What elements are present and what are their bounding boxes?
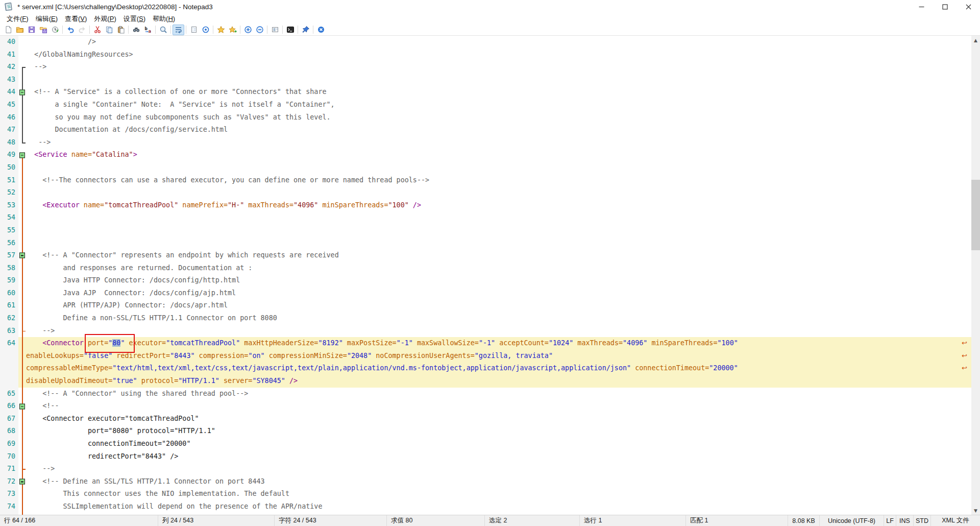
status-segment-file-type[interactable]: XML 文件: [931, 515, 980, 526]
status-segment-evaluate[interactable]: 求值 80: [387, 515, 485, 526]
toolbar-button-redo[interactable]: [76, 25, 88, 35]
editor-text-area[interactable]: 40 />41 </GlobalNamingResources>42 -->43…: [0, 36, 980, 515]
toolbar-button-word-wrap[interactable]: [173, 25, 184, 35]
editor-row-line-65[interactable]: 65 <!-- A "Connector" using the shared t…: [0, 388, 971, 400]
editor-row-line-58[interactable]: 58 and responses are returned. Documenta…: [0, 262, 971, 275]
toolbar-button-open-folder[interactable]: [14, 25, 26, 35]
toolbar-button-zoom-in[interactable]: [242, 25, 254, 35]
fold-margin[interactable]: [18, 86, 26, 99]
toolbar-button-new-file[interactable]: [2, 25, 14, 35]
editor-row-line-47[interactable]: 47 Documentation at /docs/config/service…: [0, 124, 971, 136]
editor-row-line-49[interactable]: 49 <Service name="Catalina">: [0, 149, 971, 161]
editor-row-line-53[interactable]: 53 <Executor name="tomcatThreadPool" nam…: [0, 199, 971, 212]
toolbar-button-save[interactable]: [26, 25, 37, 35]
toolbar-button-cut[interactable]: [91, 25, 103, 35]
menu-item-h[interactable]: 帮助(H): [149, 14, 179, 24]
fold-margin[interactable]: [18, 400, 26, 413]
status-segment-selection[interactable]: 选定 2: [485, 515, 580, 526]
status-segment-file-size[interactable]: 8.08 KB: [788, 515, 820, 526]
toolbar-button-magnifier[interactable]: [157, 25, 169, 35]
editor-row-line-55[interactable]: 55: [0, 224, 971, 237]
toolbar-button-console[interactable]: [284, 25, 296, 35]
editor-row-line-57[interactable]: 57 <!-- A "Connector" represents an endp…: [0, 249, 971, 262]
toolbar-button-favorite[interactable]: [215, 25, 227, 35]
editor-row-line-66[interactable]: 66 <!--: [0, 400, 971, 413]
editor-row-line-61[interactable]: 61 APR (HTTP/AJP) Connector: /docs/apr.h…: [0, 299, 971, 312]
fold-collapse-box-icon[interactable]: [19, 403, 25, 409]
fold-collapse-box-icon[interactable]: [19, 89, 25, 95]
status-segment-encoding[interactable]: Unicode (UTF-8): [820, 515, 884, 526]
toolbar-button-save-as[interactable]: [37, 25, 49, 35]
scrollbar-up-arrow-icon[interactable]: ▲: [971, 36, 980, 44]
editor-row-line-72[interactable]: 72 <!-- Define an SSL/TLS HTTP/1.1 Conne…: [0, 475, 971, 488]
status-segment-selected-lines[interactable]: 选行 1: [580, 515, 686, 526]
toolbar-button-favorite-add[interactable]: [227, 25, 238, 35]
editor-row-line-69[interactable]: 69 connectionTimeout="20000": [0, 438, 971, 450]
editor-row-line-63[interactable]: 63 -->: [0, 325, 971, 338]
fold-margin[interactable]: [18, 475, 26, 488]
editor-row-line-67[interactable]: 67 <Connector executor="tomcatThreadPool…: [0, 413, 971, 425]
minimize-button[interactable]: [910, 0, 933, 13]
toolbar-button-encoding[interactable]: [200, 25, 211, 35]
editor-row-line-60[interactable]: 60 Java AJP Connector: /docs/config/ajp.…: [0, 287, 971, 300]
editor-row-line-75[interactable]: 75 library and the useOpenSSL attribute …: [0, 513, 971, 515]
editor-row-line-64-wrap-1[interactable]: enableLookups="false" redirectPort="8443…: [0, 350, 971, 363]
editor-row-line-64-wrap-3[interactable]: disableUploadTimeout="true" protocol="HT…: [0, 375, 971, 388]
editor-row-line-45[interactable]: 45 a single "Container" Note: A "Service…: [0, 99, 971, 111]
scrollbar-down-arrow-icon[interactable]: ▼: [971, 506, 980, 515]
status-segment-column[interactable]: 列 24 / 543: [158, 515, 275, 526]
status-segment-std-mode[interactable]: STD: [914, 515, 931, 526]
editor-row-line-50[interactable]: 50: [0, 161, 971, 174]
menu-item-s[interactable]: 设置(S): [120, 14, 149, 24]
maximize-button[interactable]: [933, 0, 957, 13]
close-button[interactable]: [957, 0, 980, 13]
menu-item-p[interactable]: 外观(P): [90, 14, 119, 24]
editor-row-line-68[interactable]: 68 port="8080" protocol="HTTP/1.1": [0, 425, 971, 438]
editor-row-line-62[interactable]: 62 Define a non-SSL/TLS HTTP/1.1 Connect…: [0, 312, 971, 325]
editor-row-line-40[interactable]: 40 />: [0, 36, 971, 49]
toolbar-button-undo[interactable]: [64, 25, 76, 35]
editor-row-line-44[interactable]: 44 <!-- A "Service" is a collection of o…: [0, 86, 971, 99]
editor-row-line-52[interactable]: 52: [0, 186, 971, 199]
status-segment-line[interactable]: 行 64 / 166: [0, 515, 158, 526]
toolbar-button-history[interactable]: [49, 25, 61, 35]
toolbar-button-schemes[interactable]: [269, 25, 281, 35]
editor-row-line-73[interactable]: 73 This connector uses the NIO implement…: [0, 488, 971, 500]
status-segment-insert-mode[interactable]: INS: [896, 515, 914, 526]
fold-collapse-box-icon[interactable]: [19, 479, 25, 485]
editor-row-line-43[interactable]: 43: [0, 74, 971, 86]
status-segment-eol[interactable]: LF: [884, 515, 896, 526]
editor-row-line-51[interactable]: 51 <!--The connectors can use a shared e…: [0, 174, 971, 187]
editor-row-line-46[interactable]: 46 so you may not define subcomponents s…: [0, 111, 971, 124]
toolbar-button-replace[interactable]: ba: [142, 25, 154, 35]
toolbar-button-zoom-out[interactable]: [254, 25, 265, 35]
editor-row-line-42[interactable]: 42 -->: [0, 61, 971, 74]
toolbar-button-find[interactable]: [130, 25, 142, 35]
menu-item-f[interactable]: 文件(F): [3, 14, 32, 24]
status-segment-matches[interactable]: 匹配 1: [686, 515, 788, 526]
menu-item-e[interactable]: 编辑(E): [32, 14, 61, 24]
vertical-scrollbar[interactable]: ▲ ▼: [971, 36, 980, 515]
fold-margin[interactable]: [18, 149, 26, 161]
menu-item-v[interactable]: 查看(V): [61, 14, 90, 24]
editor-row-line-64[interactable]: 64 <Connector port="80" executor="tomcat…: [0, 337, 971, 350]
editor-row-line-41[interactable]: 41 </GlobalNamingResources>: [0, 49, 971, 61]
editor-row-line-71[interactable]: 71 -->: [0, 463, 971, 475]
toolbar-button-pin[interactable]: [300, 25, 311, 35]
editor-row-line-64-wrap-2[interactable]: compressableMimeType="text/html,text/xml…: [0, 362, 971, 375]
fold-margin[interactable]: [18, 249, 26, 262]
editor-row-line-59[interactable]: 59 Java HTTP Connector: /docs/config/htt…: [0, 274, 971, 287]
editor-row-line-56[interactable]: 56: [0, 237, 971, 250]
fold-collapse-box-icon[interactable]: [19, 253, 25, 258]
toolbar-button-exit[interactable]: [315, 25, 327, 35]
fold-collapse-box-icon[interactable]: [19, 152, 25, 158]
scrollbar-thumb[interactable]: [971, 180, 980, 250]
toolbar-button-indent-guides[interactable]: [188, 25, 200, 35]
editor-row-line-48[interactable]: 48 -->: [0, 136, 971, 149]
editor-row-line-70[interactable]: 70 redirectPort="8443" />: [0, 450, 971, 463]
toolbar-button-paste[interactable]: [115, 25, 127, 35]
toolbar-button-copy[interactable]: [103, 25, 115, 35]
status-segment-character[interactable]: 字符 24 / 543: [275, 515, 387, 526]
editor-row-line-54[interactable]: 54: [0, 211, 971, 224]
editor-row-line-74[interactable]: 74 SSLImplementation will depend on the …: [0, 500, 971, 513]
